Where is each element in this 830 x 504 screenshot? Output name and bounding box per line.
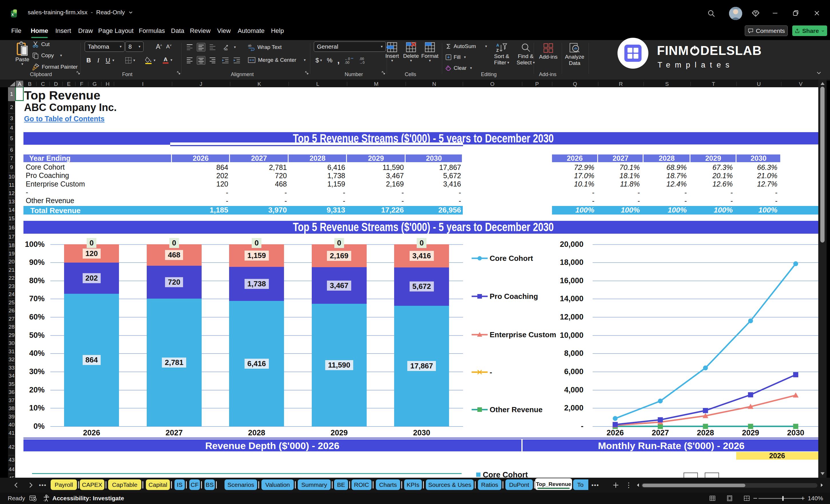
ribbon-tab-home[interactable]: Home	[31, 24, 48, 38]
row-header-42[interactable]: 42	[8, 439, 15, 455]
zoom-slider-handle[interactable]	[782, 496, 784, 501]
decrease-indent-icon[interactable]	[221, 57, 229, 64]
comma-style-button[interactable]: ,	[337, 56, 340, 65]
share-button[interactable]: Share	[792, 26, 827, 36]
column-header-N[interactable]: N	[406, 81, 463, 87]
toc-link[interactable]: Go to Table of Contents	[24, 115, 104, 123]
accounting-format-button[interactable]: $▾	[316, 57, 322, 64]
orientation-icon[interactable]: ab	[222, 43, 230, 51]
copy-button[interactable]: Copy ▾	[32, 52, 62, 59]
decrease-decimal-icon[interactable]: .00→0	[359, 57, 369, 64]
number-format-combobox[interactable]: General▾	[314, 41, 386, 52]
autosum-button[interactable]: AutoSum ▾	[445, 43, 487, 50]
row-header-31[interactable]: 31	[8, 347, 15, 355]
row-header-36[interactable]: 36	[8, 388, 15, 396]
sheet-tab-ratios[interactable]: Ratios	[478, 479, 501, 490]
column-headers[interactable]: ABCDEFGHIJKLMNOPQRSTUV	[8, 81, 818, 87]
column-header-D[interactable]: D	[50, 81, 62, 87]
collapse-ribbon-chevron-icon[interactable]	[816, 70, 822, 76]
ribbon-tab-data[interactable]: Data	[171, 24, 184, 38]
sheet-tab-roic[interactable]: ROIC	[352, 479, 372, 490]
column-header-G[interactable]: G	[88, 81, 101, 87]
column-header-M[interactable]: M	[347, 81, 406, 87]
format-cells-button[interactable]: Format ▾	[421, 41, 439, 62]
column-header-Q[interactable]: Q	[552, 81, 598, 87]
align-right-icon[interactable]	[209, 57, 216, 64]
row-header-43[interactable]: 43	[8, 455, 15, 465]
page-layout-view-button[interactable]	[725, 495, 734, 502]
row-header-3[interactable]: 3	[8, 113, 15, 124]
column-header-P[interactable]: P	[522, 81, 552, 87]
new-sheet-button[interactable]	[612, 478, 619, 493]
row-header-32[interactable]: 32	[8, 355, 15, 364]
cut-button[interactable]: Cut	[32, 41, 50, 48]
sheet-tab-dupont[interactable]: DuPont	[505, 479, 533, 490]
merge-center-button[interactable]: Merge & Center ▾	[248, 57, 306, 63]
row-header-27[interactable]: 27	[8, 315, 15, 323]
sheet-tab-is[interactable]: IS	[174, 479, 185, 490]
hscroll-right-arrow-icon[interactable]	[819, 478, 824, 493]
close-button[interactable]	[812, 8, 822, 18]
row-header-6[interactable]: 6	[8, 145, 15, 154]
vertical-scrollbar[interactable]	[818, 80, 827, 478]
row-header-24[interactable]: 24	[8, 290, 15, 298]
ribbon-tab-view[interactable]: View	[217, 24, 230, 38]
ribbon-tab-formulas[interactable]: Formulas	[139, 24, 165, 38]
column-header-O[interactable]: O	[463, 81, 522, 87]
borders-button[interactable]: ▾	[125, 57, 135, 64]
sheet-nav-ellipsis[interactable]: •••	[39, 478, 46, 493]
horizontal-scroll-thumb[interactable]	[642, 484, 745, 487]
accessibility-status[interactable]: Accessibility: Investigate	[43, 493, 124, 504]
row-header-29[interactable]: 29	[8, 331, 15, 339]
column-header-T[interactable]: T	[691, 81, 736, 87]
align-top-icon[interactable]	[186, 43, 193, 51]
row-header-21[interactable]: 21	[8, 266, 15, 274]
row-header-20[interactable]: 20	[8, 258, 15, 266]
ribbon-tab-automate[interactable]: Automate	[238, 24, 264, 38]
row-header-41[interactable]: 41	[8, 429, 15, 437]
vertical-scroll-thumb[interactable]	[820, 87, 825, 243]
ribbon-tab-draw[interactable]: Draw	[78, 24, 93, 38]
underline-button[interactable]: U	[105, 57, 110, 64]
paste-button[interactable]: Paste ▾	[14, 41, 31, 65]
comments-button[interactable]: Comments	[745, 26, 788, 36]
row-header-5[interactable]: 5	[8, 132, 15, 145]
sheet-tab-kpis[interactable]: KPIs	[404, 479, 422, 490]
row-header-33[interactable]: 33	[8, 364, 15, 372]
row-header-28[interactable]: 28	[8, 323, 15, 331]
increase-decimal-icon[interactable]: ←0.00	[345, 57, 354, 64]
normal-view-button[interactable]	[708, 495, 717, 502]
italic-button[interactable]: I	[97, 57, 99, 64]
row-header-14[interactable]: 14	[8, 206, 15, 214]
row-header-40[interactable]: 40	[8, 421, 15, 429]
zoom-level[interactable]: 140%	[808, 493, 823, 504]
column-header-L[interactable]: L	[289, 81, 347, 87]
hscroll-left-arrow-icon[interactable]	[636, 478, 641, 493]
align-middle-button[interactable]	[197, 43, 205, 52]
row-header-18[interactable]: 18	[8, 242, 15, 249]
row-header-19[interactable]: 19	[8, 249, 15, 258]
select-all-button[interactable]	[8, 81, 16, 87]
percent-style-button[interactable]: %	[327, 57, 332, 64]
clipboard-dialog-launcher[interactable]	[76, 70, 81, 75]
sheet-tab-capital[interactable]: Capital	[146, 479, 170, 490]
ribbon-tab-help[interactable]: Help	[271, 24, 284, 38]
sheet-tab-capex[interactable]: CAPEX	[80, 479, 104, 490]
sheet-tab-sources-uses[interactable]: Sources & Uses	[426, 479, 474, 490]
find-select-button[interactable]: Find & Select▾	[514, 42, 537, 66]
sheet-tab-to[interactable]: To	[573, 479, 588, 490]
row-header-1[interactable]: 1	[8, 87, 15, 101]
column-header-B[interactable]: B	[23, 81, 36, 87]
number-dialog-launcher[interactable]	[381, 70, 386, 75]
column-header-V[interactable]: V	[781, 81, 820, 87]
row-header-16[interactable]: 16	[8, 223, 15, 232]
column-header-R[interactable]: R	[598, 81, 643, 87]
row-header-34[interactable]: 34	[8, 372, 15, 380]
column-header-K[interactable]: K	[230, 81, 289, 87]
column-header-J[interactable]: J	[172, 81, 230, 87]
fill-color-button[interactable]: ▾	[145, 57, 156, 64]
increase-indent-icon[interactable]	[233, 57, 241, 64]
avatar[interactable]	[729, 7, 742, 20]
row-header-39[interactable]: 39	[8, 412, 15, 421]
row-header-25[interactable]: 25	[8, 298, 15, 307]
